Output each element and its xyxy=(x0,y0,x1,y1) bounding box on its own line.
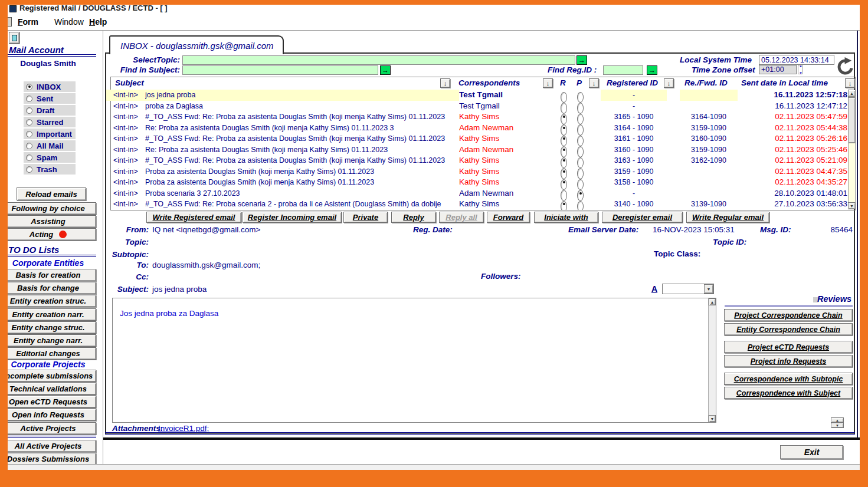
folder-option[interactable]: All Mail xyxy=(24,140,76,151)
sidebar-button-entity-creation-narr[interactable]: Entity creation narr. xyxy=(0,308,96,321)
sidebar-button-entity-change-narr[interactable]: Entity change narr. xyxy=(0,334,96,347)
time-zone-offset-value[interactable]: +01:00 xyxy=(759,65,797,74)
refresh-button[interactable] xyxy=(836,57,854,77)
email-row[interactable]: <int-in> #_TO_ASS Fwd: Re: Proba scenari… xyxy=(106,199,848,210)
from-value: IQ net <iqnetbgd@gmail.com> xyxy=(152,225,260,234)
tab-inbox[interactable]: INBOX - douglassmith.gsk@gmail.com xyxy=(109,35,284,54)
project-correspondence-chain-button[interactable]: Project Correspondence Chain xyxy=(724,309,853,321)
body-scrollbar[interactable]: ▲ ▼ xyxy=(708,298,716,422)
register-incoming-email-button[interactable]: Register Incoming email xyxy=(243,212,342,223)
correspondence-with-subtopic-button[interactable]: Correspondence with Subtopic xyxy=(724,373,853,385)
sidebar-button-incomplete-submissions[interactable]: Incomplete submissions xyxy=(0,370,96,382)
sidebar-button-active-projects[interactable]: Active Projects xyxy=(0,422,96,435)
email-row[interactable]: <int-in> #_TO_ASS Fwd: Re: Proba za asis… xyxy=(106,155,848,166)
email-row[interactable]: <int-in> Proba za asistenta Douglas Smit… xyxy=(106,177,848,188)
sidebar-button-dossiers-submissions[interactable]: Dossiers Submissions xyxy=(0,453,96,465)
find-in-subject-go-button[interactable]: → xyxy=(380,65,391,75)
correspondence-with-subject-button[interactable]: Correspondence with Subject xyxy=(724,387,853,399)
email-subject: Proba za asistenta Douglas Smith (koji m… xyxy=(145,177,459,188)
email-row[interactable]: <int-in> Proba za asistenta Douglas Smit… xyxy=(106,166,848,177)
sidebar-button-acting[interactable]: Acting xyxy=(0,228,96,241)
email-tag: <int-in> xyxy=(106,111,145,123)
private-radio[interactable] xyxy=(577,201,584,210)
reload-emails-button[interactable]: Reload emails xyxy=(17,187,86,200)
sidebar-button-all-active-projects[interactable]: All Active Projects xyxy=(0,440,96,452)
scroll-down-button[interactable]: ▼ xyxy=(709,415,716,422)
scroll-up-button[interactable]: ▲ xyxy=(709,298,716,305)
registered-radio[interactable] xyxy=(561,201,567,210)
sidebar-button-assisting[interactable]: Assisting xyxy=(0,215,96,228)
corporate-projects-heading: Corporate Projects xyxy=(0,360,96,369)
project-info-requests-button[interactable]: Project info Requests xyxy=(724,355,853,367)
sort-subject-button[interactable]: ↓ xyxy=(440,78,450,88)
message-body[interactable]: Jos jedna proba za Daglasa ▲ ▼ xyxy=(112,298,716,423)
page-spinner-up[interactable]: ▲ xyxy=(831,417,844,423)
sort-registered-id-button[interactable]: ↓ xyxy=(664,78,674,88)
sidebar-button-editorial-changes[interactable]: Editorial changes xyxy=(0,347,96,360)
scroll-up-button[interactable]: ▲ xyxy=(848,90,856,97)
email-row[interactable]: <int-in> Re: Proba za asistenta Douglas … xyxy=(106,123,848,134)
find-regid-go-button[interactable]: → xyxy=(647,65,657,75)
attachments-label: Attachments: xyxy=(112,424,163,433)
sidebar-button-technical-validations[interactable]: Technical validations xyxy=(0,383,96,395)
mini-form-button[interactable] xyxy=(9,32,19,44)
menu-bar: Form Window Help xyxy=(0,15,868,30)
combo-dropdown-button[interactable]: ▼ xyxy=(704,284,713,294)
sidebar-button-open-ectd-requests[interactable]: Open eCTD Requests xyxy=(0,396,96,408)
find-in-subject-input[interactable] xyxy=(182,65,378,75)
private-button[interactable]: Private xyxy=(343,212,388,223)
sort-correspondents-button[interactable]: ↓ xyxy=(543,78,553,88)
email-row[interactable]: <int-in> #_TO_ASS Fwd: Re: Proba za asis… xyxy=(106,133,848,144)
a-label[interactable]: A xyxy=(651,284,657,294)
folder-option[interactable]: Starred xyxy=(24,117,76,127)
menu-window[interactable]: Window xyxy=(54,17,84,27)
page-spinner-down[interactable]: ▼ xyxy=(831,423,844,428)
scroll-down-button[interactable]: ▼ xyxy=(848,202,856,209)
attachment-link[interactable]: InvoiceR1.pdf; xyxy=(158,424,209,433)
email-row[interactable]: <int-in> jos jedna proba Test Tgmail - 1… xyxy=(106,90,848,101)
folder-option[interactable]: Spam xyxy=(24,152,76,163)
folder-option[interactable]: Draft xyxy=(24,105,76,116)
sidebar-button-entity-change-struc[interactable]: Entity change struc. xyxy=(0,321,96,334)
time-zone-spinner[interactable]: ▲ ▼ xyxy=(798,65,803,74)
sidebar-button-following-by-choice[interactable]: Following by choice xyxy=(0,202,96,215)
email-registered-id: 3159 - 1090 xyxy=(601,166,667,177)
folder-option[interactable]: Trash xyxy=(24,164,76,175)
email-row[interactable]: <int-in> proba za Daglasa Test Tgmail - … xyxy=(106,101,848,112)
sort-sent-date-button[interactable]: ↓ xyxy=(845,78,855,88)
folder-option[interactable]: INBOX xyxy=(24,81,76,92)
entity-correspondence-chain-button[interactable]: Entity Correspondence Chain xyxy=(724,323,853,335)
chevron-down-icon: ▼ xyxy=(707,287,711,291)
menu-form[interactable]: Form xyxy=(18,17,38,27)
iniciate-with-button[interactable]: Iniciate with xyxy=(534,212,598,223)
forward-button[interactable]: Forward xyxy=(487,212,530,223)
reply-button[interactable]: Reply xyxy=(391,212,436,223)
sidebar-button-open-info-requests[interactable]: Open info Requests xyxy=(0,409,96,421)
write-regular-email-button[interactable]: Write Regular email xyxy=(686,212,769,223)
sort-down-icon: ↓ xyxy=(546,80,550,87)
folder-option[interactable]: Important xyxy=(24,129,76,139)
email-row[interactable]: <int-in> #_TO_ASS Fwd: Re: Proba za asis… xyxy=(106,111,848,123)
email-row[interactable]: <int-in> Re: Proba za asistenta Douglas … xyxy=(106,144,848,156)
sidebar-button-basis-for-change[interactable]: Basis for change xyxy=(0,282,96,294)
email-sent-date: 16.11.2023 12:57:18 xyxy=(732,90,847,101)
folder-option[interactable]: Sent xyxy=(24,93,76,104)
select-topic-go-button[interactable]: → xyxy=(577,55,587,65)
folder-label: INBOX xyxy=(37,83,61,91)
scrollbar-thumb[interactable] xyxy=(848,97,856,143)
email-row[interactable]: <int-in> Proba scenaria 3 27.10.2023 Ada… xyxy=(106,188,848,199)
deregister-email-button[interactable]: Deregister email xyxy=(602,212,683,223)
spinner-down-icon: ▼ xyxy=(836,424,839,427)
a-combobox[interactable]: ▼ xyxy=(662,284,714,294)
spinner-down-icon: ▼ xyxy=(799,71,803,75)
project-ectd-requests-button[interactable]: Project eCTD Requests xyxy=(724,341,853,353)
sidebar-button-entity-creation-struc[interactable]: Entity creation struc. xyxy=(0,295,96,307)
exit-button[interactable]: Exit xyxy=(780,445,843,459)
mail-account-underline xyxy=(0,54,96,57)
menu-help[interactable]: Help xyxy=(89,17,107,27)
find-regid-input[interactable] xyxy=(603,65,643,75)
select-topic-input[interactable] xyxy=(182,55,575,65)
sidebar-button-basis-for-creation[interactable]: Basis for creation xyxy=(0,269,96,281)
write-registered-email-button[interactable]: Write Registered email xyxy=(146,212,241,223)
sort-rp-button[interactable]: ↓ xyxy=(589,78,599,88)
